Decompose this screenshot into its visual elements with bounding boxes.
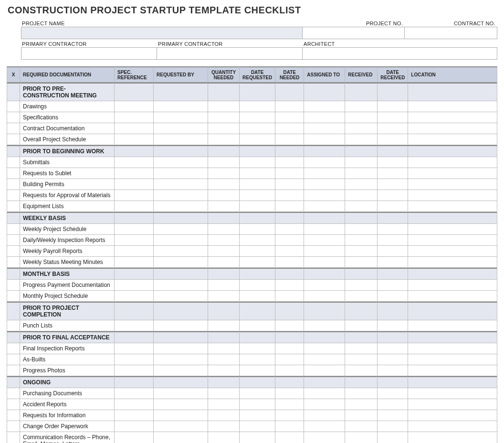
qty-cell[interactable] [208, 190, 240, 201]
assigned-to-cell[interactable] [304, 291, 345, 302]
x-cell[interactable] [7, 410, 20, 421]
requested-by-cell[interactable] [154, 190, 208, 201]
date-needed-cell[interactable] [275, 320, 304, 331]
location-cell[interactable] [408, 101, 497, 112]
date-received-cell[interactable] [378, 410, 408, 421]
qty-cell[interactable] [208, 257, 240, 268]
x-cell[interactable] [7, 157, 20, 168]
section-empty-cell[interactable] [345, 145, 378, 157]
section-empty-cell[interactable] [154, 212, 208, 224]
qty-cell[interactable] [208, 343, 240, 354]
received-cell[interactable] [345, 101, 378, 112]
location-cell[interactable] [408, 112, 497, 123]
spec-cell[interactable] [115, 280, 154, 291]
section-empty-cell[interactable] [208, 331, 240, 343]
x-cell[interactable] [7, 179, 20, 190]
x-cell[interactable] [7, 190, 20, 201]
spec-cell[interactable] [115, 201, 154, 212]
date-requested-cell[interactable] [240, 235, 275, 246]
date-requested-cell[interactable] [240, 101, 275, 112]
received-cell[interactable] [345, 134, 378, 145]
requested-by-cell[interactable] [154, 388, 208, 399]
location-cell[interactable] [408, 235, 497, 246]
requested-by-cell[interactable] [154, 201, 208, 212]
section-empty-cell[interactable] [208, 145, 240, 157]
date-requested-cell[interactable] [240, 123, 275, 134]
section-empty-cell[interactable] [345, 83, 378, 101]
date-needed-cell[interactable] [275, 201, 304, 212]
received-cell[interactable] [345, 123, 378, 134]
spec-cell[interactable] [115, 388, 154, 399]
qty-cell[interactable] [208, 112, 240, 123]
requested-by-cell[interactable] [154, 257, 208, 268]
spec-cell[interactable] [115, 157, 154, 168]
received-cell[interactable] [345, 399, 378, 410]
spec-cell[interactable] [115, 179, 154, 190]
location-cell[interactable] [408, 157, 497, 168]
x-cell[interactable] [7, 320, 20, 331]
assigned-to-cell[interactable] [304, 320, 345, 331]
section-empty-cell[interactable] [240, 268, 275, 280]
section-empty-cell[interactable] [378, 145, 408, 157]
date-needed-cell[interactable] [275, 179, 304, 190]
assigned-to-cell[interactable] [304, 101, 345, 112]
date-needed-cell[interactable] [275, 123, 304, 134]
qty-cell[interactable] [208, 201, 240, 212]
date-requested-cell[interactable] [240, 201, 275, 212]
spec-cell[interactable] [115, 354, 154, 365]
received-cell[interactable] [345, 190, 378, 201]
date-received-cell[interactable] [378, 224, 408, 235]
x-cell[interactable] [7, 134, 20, 145]
date-needed-cell[interactable] [275, 168, 304, 179]
requested-by-cell[interactable] [154, 123, 208, 134]
qty-cell[interactable] [208, 179, 240, 190]
section-empty-cell[interactable] [275, 268, 304, 280]
date-received-cell[interactable] [378, 354, 408, 365]
date-needed-cell[interactable] [275, 134, 304, 145]
x-cell[interactable] [7, 246, 20, 257]
date-received-cell[interactable] [378, 388, 408, 399]
received-cell[interactable] [345, 280, 378, 291]
spec-cell[interactable] [115, 291, 154, 302]
assigned-to-cell[interactable] [304, 343, 345, 354]
date-requested-cell[interactable] [240, 291, 275, 302]
section-empty-cell[interactable] [208, 212, 240, 224]
section-empty-cell[interactable] [154, 83, 208, 101]
section-empty-cell[interactable] [275, 145, 304, 157]
requested-by-cell[interactable] [154, 101, 208, 112]
date-requested-cell[interactable] [240, 320, 275, 331]
location-cell[interactable] [408, 291, 497, 302]
received-cell[interactable] [345, 246, 378, 257]
section-empty-cell[interactable] [304, 376, 345, 388]
requested-by-cell[interactable] [154, 280, 208, 291]
spec-cell[interactable] [115, 399, 154, 410]
qty-cell[interactable] [208, 388, 240, 399]
location-cell[interactable] [408, 123, 497, 134]
received-cell[interactable] [345, 320, 378, 331]
x-cell[interactable] [7, 201, 20, 212]
x-cell[interactable] [7, 399, 20, 410]
x-cell[interactable] [7, 235, 20, 246]
spec-cell[interactable] [115, 235, 154, 246]
spec-cell[interactable] [115, 246, 154, 257]
requested-by-cell[interactable] [154, 399, 208, 410]
date-requested-cell[interactable] [240, 224, 275, 235]
assigned-to-cell[interactable] [304, 354, 345, 365]
qty-cell[interactable] [208, 421, 240, 432]
assigned-to-cell[interactable] [304, 123, 345, 134]
date-received-cell[interactable] [378, 246, 408, 257]
qty-cell[interactable] [208, 280, 240, 291]
location-cell[interactable] [408, 190, 497, 201]
section-empty-cell[interactable] [408, 302, 497, 320]
received-cell[interactable] [345, 354, 378, 365]
input-primary-contractor-1[interactable] [21, 47, 157, 60]
assigned-to-cell[interactable] [304, 112, 345, 123]
spec-cell[interactable] [115, 421, 154, 432]
section-empty-cell[interactable] [115, 83, 154, 101]
assigned-to-cell[interactable] [304, 134, 345, 145]
section-x-cell[interactable] [7, 331, 20, 343]
qty-cell[interactable] [208, 123, 240, 134]
section-empty-cell[interactable] [275, 376, 304, 388]
date-requested-cell[interactable] [240, 365, 275, 376]
section-empty-cell[interactable] [115, 302, 154, 320]
